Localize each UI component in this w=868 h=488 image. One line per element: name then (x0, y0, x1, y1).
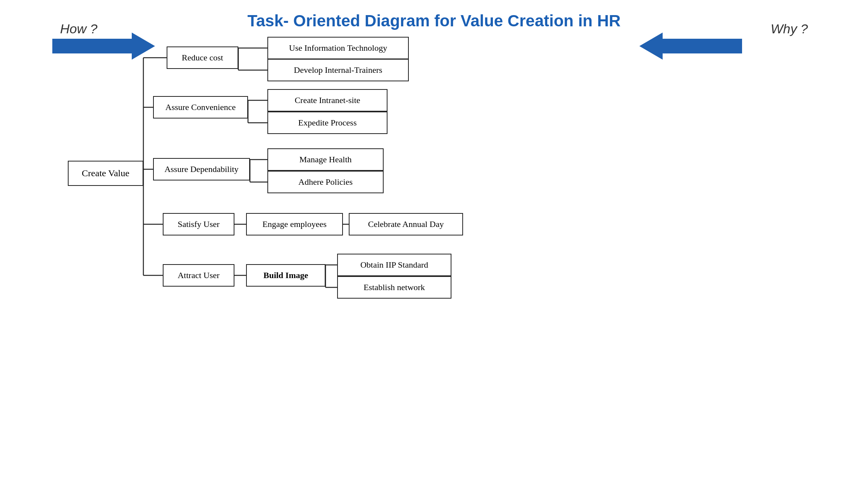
box-create-value: Create Value (68, 161, 143, 186)
box-create-intranet: Create Intranet-site (267, 89, 388, 112)
box-assure-convenience: Assure Convenience (153, 96, 248, 119)
box-celebrate-annual: Celebrate Annual Day (349, 213, 463, 235)
box-adhere-policies: Adhere Policies (267, 171, 384, 193)
why-label: Why ? (771, 21, 808, 36)
box-build-image: Build Image (246, 264, 326, 287)
box-engage-employees: Engage employees (246, 213, 343, 235)
diagram-title: Task- Oriented Diagram for Value Creatio… (247, 12, 620, 30)
svg-rect-4 (663, 39, 742, 53)
box-use-it: Use Information Technology (267, 37, 409, 59)
box-satisfy-user: Satisfy User (163, 213, 234, 235)
box-attract-user: Attract User (163, 264, 234, 287)
box-expedite-process: Expedite Process (267, 112, 388, 134)
diagram-lines (0, 0, 868, 488)
box-manage-health: Manage Health (267, 148, 384, 171)
box-develop-trainers: Develop Internal-Trainers (267, 59, 409, 81)
diagram-container: Task- Oriented Diagram for Value Creatio… (0, 0, 868, 488)
svg-rect-2 (52, 39, 132, 53)
how-label: How ? (60, 21, 97, 36)
svg-marker-3 (132, 33, 155, 60)
box-reduce-cost: Reduce cost (167, 46, 238, 69)
box-establish-network: Establish network (337, 276, 451, 299)
svg-marker-5 (639, 33, 663, 60)
box-obtain-iip: Obtain IIP Standard (337, 254, 451, 276)
box-assure-dependability: Assure Dependability (153, 158, 250, 180)
